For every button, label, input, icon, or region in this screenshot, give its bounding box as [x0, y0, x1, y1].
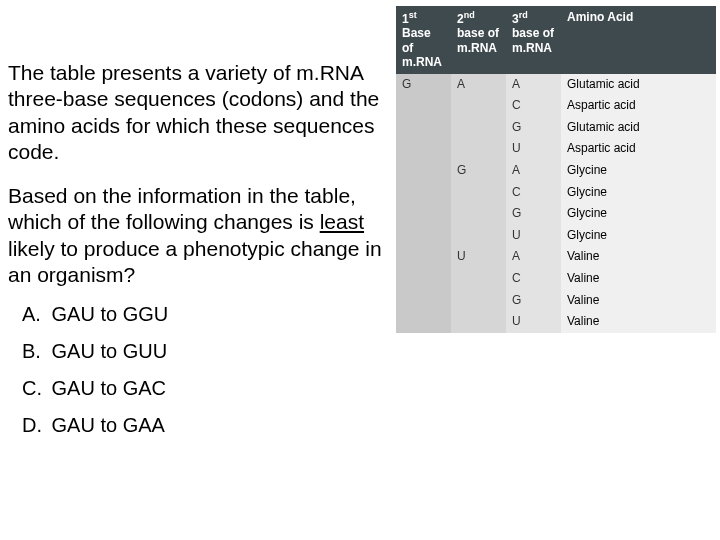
cell-amino-acid: Glycine: [561, 182, 716, 204]
cell-base1: [396, 160, 451, 182]
cell-base3: G: [506, 290, 561, 312]
cell-base1: [396, 290, 451, 312]
question-least: least: [320, 210, 364, 233]
question-post: likely to produce a phenotypic change in…: [8, 237, 382, 286]
option-a[interactable]: A. GAU to GGU: [22, 302, 388, 327]
cell-amino-acid: Glycine: [561, 160, 716, 182]
option-b[interactable]: B. GAU to GUU: [22, 339, 388, 364]
question-paragraph: Based on the information in the table, w…: [8, 183, 388, 288]
cell-base2: [451, 138, 506, 160]
option-letter: D.: [22, 413, 46, 438]
cell-base3: U: [506, 225, 561, 247]
codon-data-table: 1st Base of m.RNA 2nd base of m.RNA 3rd …: [396, 6, 716, 333]
cell-base2: G: [451, 160, 506, 182]
cell-base2: [451, 182, 506, 204]
option-d[interactable]: D. GAU to GAA: [22, 413, 388, 438]
question-pre: Based on the information in the table, w…: [8, 184, 356, 233]
table-row: CGlycine: [396, 182, 716, 204]
header-base2: 2nd base of m.RNA: [451, 6, 506, 74]
header-base1: 1st Base of m.RNA: [396, 6, 451, 74]
table-row: GGlutamic acid: [396, 117, 716, 139]
cell-base1: [396, 182, 451, 204]
cell-base3: C: [506, 182, 561, 204]
cell-base3: G: [506, 203, 561, 225]
cell-base2: [451, 311, 506, 333]
cell-amino-acid: Glycine: [561, 203, 716, 225]
cell-base1: [396, 311, 451, 333]
cell-base2: [451, 268, 506, 290]
cell-base2: [451, 117, 506, 139]
cell-base3: U: [506, 311, 561, 333]
cell-base3: G: [506, 117, 561, 139]
cell-base3: A: [506, 246, 561, 268]
cell-amino-acid: Aspartic acid: [561, 95, 716, 117]
option-text: GAU to GAA: [52, 414, 165, 436]
cell-base3: A: [506, 160, 561, 182]
answer-options: A. GAU to GGU B. GAU to GUU C. GAU to GA…: [22, 302, 388, 438]
table-row: CValine: [396, 268, 716, 290]
cell-amino-acid: Glutamic acid: [561, 74, 716, 96]
table-row: CAspartic acid: [396, 95, 716, 117]
cell-amino-acid: Valine: [561, 311, 716, 333]
cell-base1: [396, 225, 451, 247]
cell-base1: [396, 268, 451, 290]
table-row: UValine: [396, 311, 716, 333]
header-amino-acid: Amino Acid: [561, 6, 716, 74]
cell-base1: [396, 117, 451, 139]
table-row: GValine: [396, 290, 716, 312]
table-row: GAGlycine: [396, 160, 716, 182]
option-letter: B.: [22, 339, 46, 364]
cell-base3: U: [506, 138, 561, 160]
cell-base1: [396, 246, 451, 268]
table-header-row: 1st Base of m.RNA 2nd base of m.RNA 3rd …: [396, 6, 716, 74]
option-letter: A.: [22, 302, 46, 327]
cell-base2: [451, 203, 506, 225]
cell-amino-acid: Valine: [561, 268, 716, 290]
option-c[interactable]: C. GAU to GAC: [22, 376, 388, 401]
cell-base2: U: [451, 246, 506, 268]
codon-table: 1st Base of m.RNA 2nd base of m.RNA 3rd …: [396, 6, 716, 333]
intro-paragraph: The table presents a variety of m.RNA th…: [8, 60, 388, 165]
cell-amino-acid: Glycine: [561, 225, 716, 247]
cell-base3: C: [506, 95, 561, 117]
cell-base1: [396, 138, 451, 160]
table-row: UGlycine: [396, 225, 716, 247]
table-row: UAspartic acid: [396, 138, 716, 160]
cell-base1: [396, 95, 451, 117]
table-row: GGlycine: [396, 203, 716, 225]
cell-base1: [396, 203, 451, 225]
cell-base3: C: [506, 268, 561, 290]
cell-base3: A: [506, 74, 561, 96]
option-text: GAU to GUU: [52, 340, 168, 362]
cell-base1: G: [396, 74, 451, 96]
cell-base2: A: [451, 74, 506, 96]
cell-base2: [451, 95, 506, 117]
cell-amino-acid: Aspartic acid: [561, 138, 716, 160]
cell-base2: [451, 290, 506, 312]
table-row: UAValine: [396, 246, 716, 268]
cell-amino-acid: Valine: [561, 290, 716, 312]
option-text: GAU to GGU: [52, 303, 169, 325]
cell-base2: [451, 225, 506, 247]
table-row: GAAGlutamic acid: [396, 74, 716, 96]
cell-amino-acid: Glutamic acid: [561, 117, 716, 139]
option-letter: C.: [22, 376, 46, 401]
header-base3: 3rd base of m.RNA: [506, 6, 561, 74]
option-text: GAU to GAC: [52, 377, 166, 399]
cell-amino-acid: Valine: [561, 246, 716, 268]
question-panel: The table presents a variety of m.RNA th…: [8, 60, 388, 450]
